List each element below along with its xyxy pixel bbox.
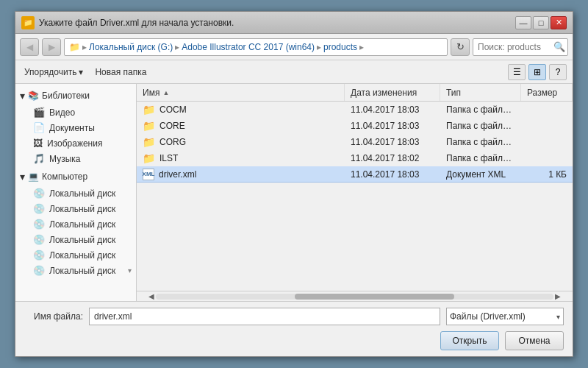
sidebar-header-computer[interactable]: ▾ 💻 Компьютер	[15, 168, 136, 185]
h-scroll-left-icon[interactable]: ◀	[147, 292, 156, 300]
col-header-name[interactable]: Имя ▲	[137, 84, 345, 101]
folder-icon-corg: 📁	[143, 136, 155, 148]
file-cell-name-core: 📁 CORE	[137, 120, 345, 132]
file-cell-date-core: 11.04.2017 18:03	[345, 121, 440, 131]
breadcrumb-bar: 📁 ▸ Локальный диск (G:) ▸ Adobe Illustra…	[64, 38, 448, 56]
sidebar-item-images[interactable]: 🖼 Изображения	[15, 135, 136, 151]
refresh-button[interactable]: ↻	[451, 38, 470, 56]
filetype-dropdown[interactable]: Файлы (Driver.xml) ▾	[446, 308, 564, 325]
new-folder-label: Новая папка	[95, 67, 146, 77]
organize-button[interactable]: Упорядочить ▾	[21, 66, 86, 79]
h-scroll-thumb[interactable]	[295, 294, 453, 300]
file-cell-type-cocm: Папка с файлами	[440, 105, 521, 115]
view-details-button[interactable]: ☰	[508, 64, 526, 80]
file-row-core[interactable]: 📁 CORE 11.04.2017 18:03 Папка с файлами	[137, 118, 573, 134]
file-row-ilst[interactable]: 📁 ILST 11.04.2017 18:02 Папка с файлами	[137, 150, 573, 166]
search-icon[interactable]: 🔍	[553, 41, 565, 52]
disk-icon-1: 💿	[33, 203, 45, 214]
sidebar-label-disk-2: Локальный диск	[49, 219, 115, 230]
folder-icon-core: 📁	[143, 120, 155, 132]
disk-icon-3: 💿	[33, 234, 45, 245]
file-row-driverxml[interactable]: XML driver.xml 11.04.2017 18:03 Документ…	[137, 166, 573, 183]
file-cell-name-driverxml: XML driver.xml	[137, 169, 345, 180]
sidebar-item-disk-1[interactable]: 💿 Локальный диск	[15, 201, 136, 216]
h-scroll-right-icon[interactable]: ▶	[553, 292, 562, 300]
video-icon: 🎬	[33, 107, 45, 118]
col-header-date[interactable]: Дата изменения	[345, 84, 440, 101]
view-icons-button[interactable]: ⊞	[528, 64, 546, 80]
nav-bar: ◀ ▶ 📁 ▸ Локальный диск (G:) ▸ Adobe Illu…	[15, 34, 573, 60]
search-container: 🔍	[473, 38, 568, 56]
sidebar-item-disk-2[interactable]: 💿 Локальный диск	[15, 216, 136, 232]
breadcrumb-products[interactable]: products	[323, 42, 357, 52]
sidebar: ▾ 📚 Библиотеки 🎬 Видео 📄 Документы 🖼 Изо…	[15, 84, 137, 301]
sidebar-section-computer: ▾ 💻 Компьютер 💿 Локальный диск 💿 Локальн…	[15, 168, 136, 278]
sidebar-label-documents: Документы	[49, 123, 95, 133]
file-cell-type-driverxml: Документ XML	[440, 169, 521, 180]
open-button[interactable]: Открыть	[440, 331, 499, 350]
toolbar: Упорядочить ▾ Новая папка ☰ ⊞ ?	[15, 60, 573, 84]
title-bar-icon: 📁	[21, 16, 35, 29]
h-scroll-track	[156, 294, 553, 300]
sidebar-item-disk-3[interactable]: 💿 Локальный диск	[15, 232, 136, 247]
file-list: 📁 COCM 11.04.2017 18:03 Папка с файлами …	[137, 102, 573, 291]
filename-row: Имя файла: Файлы (Driver.xml) ▾	[24, 308, 564, 325]
sidebar-label-disk-5: Локальный диск	[49, 266, 115, 276]
buttons-row: Открыть Отмена	[24, 331, 564, 350]
horizontal-scrollbar[interactable]: ◀ ▶	[137, 291, 573, 301]
sidebar-item-disk-5[interactable]: 💿 Локальный диск ▾	[15, 263, 136, 278]
file-cell-date-driverxml: 11.04.2017 18:03	[345, 169, 440, 180]
cancel-button[interactable]: Отмена	[505, 331, 564, 350]
toolbar-right: ☰ ⊞ ?	[508, 64, 567, 80]
sidebar-label-images: Изображения	[47, 138, 102, 149]
back-button[interactable]: ◀	[20, 38, 39, 56]
disk-icon-4: 💿	[33, 250, 45, 261]
disk-icon-2: 💿	[33, 219, 45, 230]
close-button[interactable]: ✕	[551, 16, 567, 29]
sidebar-item-video[interactable]: 🎬 Видео	[15, 105, 136, 120]
file-row-cocm[interactable]: 📁 COCM 11.04.2017 18:03 Папка с файлами	[137, 102, 573, 118]
sidebar-label-libraries: Библиотеки	[42, 91, 90, 101]
file-cell-size-driverxml: 1 КБ	[521, 169, 573, 180]
forward-button[interactable]: ▶	[42, 38, 61, 56]
sidebar-item-disk-4[interactable]: 💿 Локальный диск	[15, 247, 136, 263]
filetype-label: Файлы (Driver.xml)	[450, 311, 526, 322]
disk-icon-0: 💿	[33, 188, 45, 199]
sidebar-label-disk-0: Локальный диск	[49, 188, 115, 199]
sidebar-icon-libraries: 📚	[28, 91, 39, 101]
title-bar-buttons: — □ ✕	[515, 16, 567, 29]
sidebar-item-documents[interactable]: 📄 Документы	[15, 120, 136, 135]
file-cell-name-cocm: 📁 COCM	[137, 104, 345, 116]
file-row-corg[interactable]: 📁 CORG 11.04.2017 18:03 Папка с файлами	[137, 134, 573, 150]
organize-arrow-icon: ▾	[79, 67, 83, 77]
sidebar-label-video: Видео	[49, 107, 75, 118]
file-cell-name-ilst: 📁 ILST	[137, 152, 345, 164]
folder-icon-cocm: 📁	[143, 104, 155, 116]
breadcrumb-drive[interactable]: Локальный диск (G:)	[89, 42, 173, 52]
folder-icon-ilst: 📁	[143, 152, 155, 164]
minimize-button[interactable]: —	[515, 16, 531, 29]
sidebar-header-libraries[interactable]: ▾ 📚 Библиотеки	[15, 87, 136, 105]
disk-5-arrow: ▾	[128, 266, 132, 275]
sidebar-label-music: Музыка	[49, 154, 80, 164]
organize-label: Упорядочить	[24, 67, 76, 77]
sidebar-item-music[interactable]: 🎵 Музыка	[15, 151, 136, 166]
filename-input[interactable]	[89, 308, 440, 325]
new-folder-button[interactable]: Новая папка	[92, 66, 149, 79]
breadcrumb-app[interactable]: Adobe Illustrator CC 2017 (win64)	[182, 42, 315, 52]
images-icon: 🖼	[33, 138, 43, 149]
file-cell-date-ilst: 11.04.2017 18:02	[345, 153, 440, 163]
documents-icon: 📄	[33, 122, 45, 133]
col-header-size[interactable]: Размер	[521, 84, 573, 101]
file-cell-type-ilst: Папка с файлами	[440, 153, 521, 163]
file-cell-date-corg: 11.04.2017 18:03	[345, 137, 440, 147]
bottom-area: Имя файла: Файлы (Driver.xml) ▾ Открыть …	[15, 301, 573, 356]
help-button[interactable]: ?	[549, 64, 567, 80]
maximize-button[interactable]: □	[533, 16, 549, 29]
sidebar-label-disk-3: Локальный диск	[49, 235, 115, 245]
computer-expand-icon: ▾	[20, 171, 25, 183]
col-header-type[interactable]: Тип	[440, 84, 521, 101]
sidebar-item-disk-0[interactable]: 💿 Локальный диск	[15, 185, 136, 201]
file-cell-name-corg: 📁 CORG	[137, 136, 345, 148]
sort-arrow-icon: ▲	[162, 89, 169, 96]
